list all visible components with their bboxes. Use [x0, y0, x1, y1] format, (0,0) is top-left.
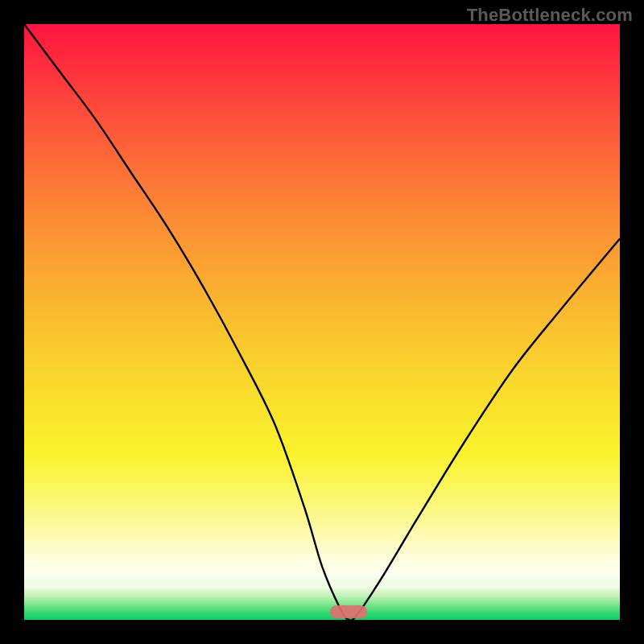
plot-area — [24, 24, 620, 620]
curve-path — [24, 24, 620, 621]
optimum-marker — [330, 605, 367, 618]
watermark-label: TheBottleneck.com — [467, 5, 633, 26]
bottleneck-curve — [24, 24, 620, 620]
chart-frame: TheBottleneck.com — [0, 0, 644, 644]
